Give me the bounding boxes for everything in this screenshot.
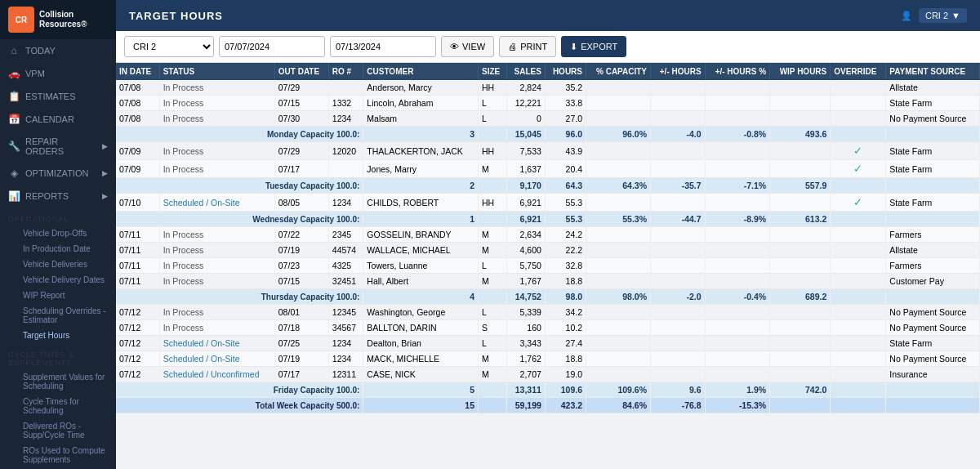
cell-status: Scheduled / Unconfirmed — [159, 367, 274, 382]
cell-override — [831, 320, 886, 336]
sidebar-item-reports[interactable]: 📊 REPORTS ▶ — [0, 185, 116, 208]
sidebar-sub-delivery-dates[interactable]: Vehicle Delivery Dates — [0, 272, 116, 288]
cell-plus-hrs — [651, 351, 706, 367]
table-row: 07/09 In Process 07/29 12020 THALACKERTO… — [116, 142, 980, 160]
chevron-right-icon: ▶ — [102, 142, 108, 150]
cell-in-date: 07/12 — [116, 305, 159, 320]
cell-out-date: 07/30 — [274, 111, 328, 127]
cell-plus-hrs-pct — [705, 194, 770, 212]
cell-wip — [770, 111, 831, 127]
sidebar-sub-suppl-values[interactable]: Supplement Values for Scheduling — [0, 369, 116, 394]
cell-plus-hrs-pct — [705, 243, 770, 258]
date-end-input[interactable] — [330, 36, 436, 57]
cell-hours: 19.0 — [545, 367, 586, 382]
user-icon: 👤 — [901, 11, 912, 21]
export-button[interactable]: ⬇ EXPORT — [561, 36, 626, 57]
cell-pct-cap — [586, 274, 651, 289]
cell-in-date: 07/08 — [116, 96, 159, 111]
view-button[interactable]: 👁 VIEW — [441, 36, 494, 57]
total-row: Total Week Capacity 500.0: 15 59,199 423… — [116, 398, 980, 413]
sidebar-sub-target-hours[interactable]: Target Hours — [0, 328, 116, 343]
col-sales: SALES — [506, 63, 545, 80]
cell-plus-hrs — [651, 96, 706, 111]
sidebar-item-calendar[interactable]: 📅 CALENDAR — [0, 108, 116, 131]
sidebar-item-repair-orders[interactable]: 🔧 REPAIR ORDERS ▶ — [0, 131, 116, 162]
cell-size: HH — [479, 80, 507, 96]
cycle-section-header: CYCLE TIMES & SUPPLEMENTS — [0, 346, 116, 369]
calendar-icon: 📅 — [8, 114, 20, 125]
cell-payment: State Farm — [886, 336, 980, 351]
date-start-input[interactable] — [219, 36, 325, 57]
cell-plus-hrs — [651, 227, 706, 243]
cell-plus-hrs — [651, 111, 706, 127]
chevron-right-icon2: ▶ — [102, 169, 108, 177]
sidebar-item-estimates[interactable]: 📋 ESTIMATES — [0, 85, 116, 108]
col-out-date: OUT DATE — [274, 63, 328, 80]
cell-plus-hrs-pct — [705, 111, 770, 127]
cell-override: ✓ — [831, 194, 886, 212]
table-row: 07/08 In Process 07/29 Anderson, Marcy H… — [116, 80, 980, 96]
cell-size: L — [479, 111, 507, 127]
location-select[interactable]: CRI 2 — [124, 36, 214, 57]
cell-pct-cap — [586, 142, 651, 160]
sidebar-sub-delivered-ros[interactable]: Delivered ROs - Supp/Cycle Time — [0, 418, 116, 443]
cell-pct-cap — [586, 305, 651, 320]
cell-ro: 34567 — [328, 320, 363, 336]
table-row: 07/12 Scheduled / Unconfirmed 07/17 1231… — [116, 367, 980, 382]
col-payment-source: PAYMENT SOURCE — [886, 63, 980, 80]
col-ro: RO # — [328, 63, 363, 80]
sidebar-sub-wip[interactable]: WIP Report — [0, 288, 116, 303]
col-override: OVERRIDE — [831, 63, 886, 80]
cell-plus-hrs — [651, 160, 706, 178]
sidebar-sub-sched-overrides[interactable]: Scheduling Overrides - Estimator — [0, 303, 116, 328]
wrench-icon: 🔧 — [8, 141, 20, 152]
controls-bar: CRI 2 👁 VIEW 🖨 PRINT ⬇ EXPORT — [116, 31, 980, 63]
sidebar-sub-ros-supplements[interactable]: ROs Used to Compute Supplements — [0, 443, 116, 467]
chevron-right-icon3: ▶ — [102, 192, 108, 200]
cell-plus-hrs-pct — [705, 274, 770, 289]
cell-status: In Process — [159, 111, 274, 127]
cell-status: In Process — [159, 160, 274, 178]
sidebar-sub-cycle-times[interactable]: Cycle Times for Scheduling — [0, 394, 116, 418]
print-button[interactable]: 🖨 PRINT — [499, 36, 556, 57]
cell-ro: 2345 — [328, 227, 363, 243]
col-customer: CUSTOMER — [363, 63, 479, 80]
cell-customer: Jones, Marry — [363, 160, 479, 178]
sidebar-sub-deliveries[interactable]: Vehicle Deliveries — [0, 257, 116, 272]
sidebar-item-vpm[interactable]: 🚗 VPM — [0, 62, 116, 85]
sidebar-item-today[interactable]: ⌂ TODAY — [0, 39, 116, 62]
cell-plus-hrs-pct — [705, 227, 770, 243]
cell-size: M — [479, 160, 507, 178]
cell-hours: 43.9 — [545, 142, 586, 160]
table-row: 07/12 Scheduled / On-Site 07/19 1234 MAC… — [116, 351, 980, 367]
cell-size: M — [479, 243, 507, 258]
sidebar-sub-inprod[interactable]: In Production Date — [0, 241, 116, 257]
cell-status: Scheduled / On-Site — [159, 336, 274, 351]
cell-out-date: 07/29 — [274, 80, 328, 96]
cell-hours: 35.2 — [545, 80, 586, 96]
cell-plus-hrs — [651, 367, 706, 382]
cell-out-date: 07/17 — [274, 367, 328, 382]
sidebar-item-optimization[interactable]: ◈ OPTIMIZATION ▶ — [0, 162, 116, 185]
table-container: IN DATE STATUS OUT DATE RO # CUSTOMER SI… — [116, 63, 980, 469]
cell-pct-cap — [586, 194, 651, 212]
cell-ro: 1332 — [328, 96, 363, 111]
cell-payment: Insurance — [886, 367, 980, 382]
cell-sales: 4,600 — [506, 243, 545, 258]
cell-plus-hrs — [651, 142, 706, 160]
cell-hours: 32.8 — [545, 258, 586, 274]
col-wip-hours: WIP HOURS — [770, 63, 831, 80]
cell-sales: 3,343 — [506, 336, 545, 351]
cell-plus-hrs — [651, 80, 706, 96]
cell-out-date: 07/15 — [274, 96, 328, 111]
sidebar-sub-vehicle-dropoffs[interactable]: Vehicle Drop-Offs — [0, 226, 116, 241]
capacity-label: Tuesday Capacity 100.0: — [116, 178, 363, 194]
cell-customer: Lincoln, Abraham — [363, 96, 479, 111]
cell-wip — [770, 258, 831, 274]
total-label: Total Week Capacity 500.0: — [116, 398, 363, 413]
cell-out-date: 07/15 — [274, 274, 328, 289]
cell-customer: WALLACE, MICHAEL — [363, 243, 479, 258]
cell-plus-hrs-pct — [705, 320, 770, 336]
cell-pct-cap — [586, 258, 651, 274]
cell-out-date: 07/29 — [274, 142, 328, 160]
